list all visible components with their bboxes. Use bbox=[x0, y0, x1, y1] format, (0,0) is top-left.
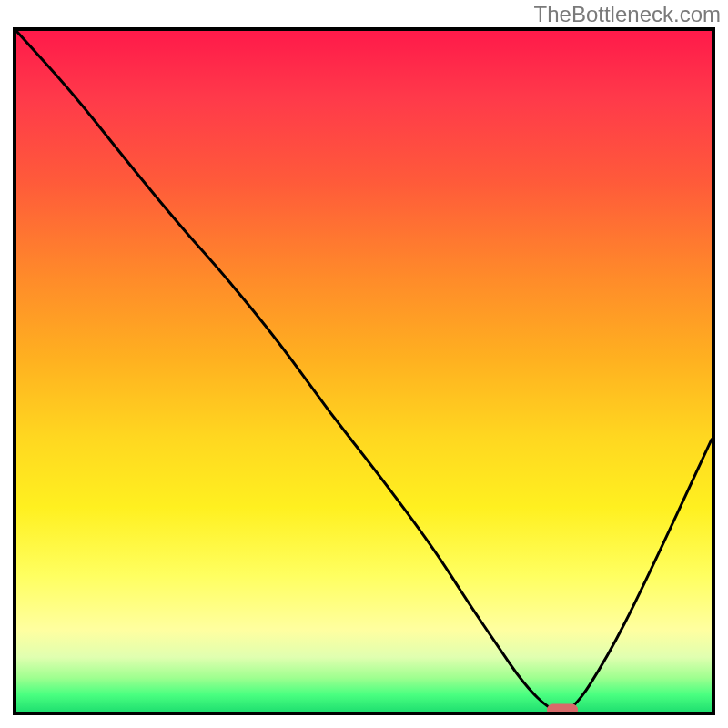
chart-container bbox=[13, 27, 715, 715]
watermark-text: TheBottleneck.com bbox=[534, 2, 721, 27]
chart-plot-area bbox=[16, 31, 712, 712]
optimal-point-marker bbox=[547, 704, 578, 713]
chart-curve-svg bbox=[16, 31, 712, 712]
bottleneck-curve-line bbox=[16, 31, 712, 712]
